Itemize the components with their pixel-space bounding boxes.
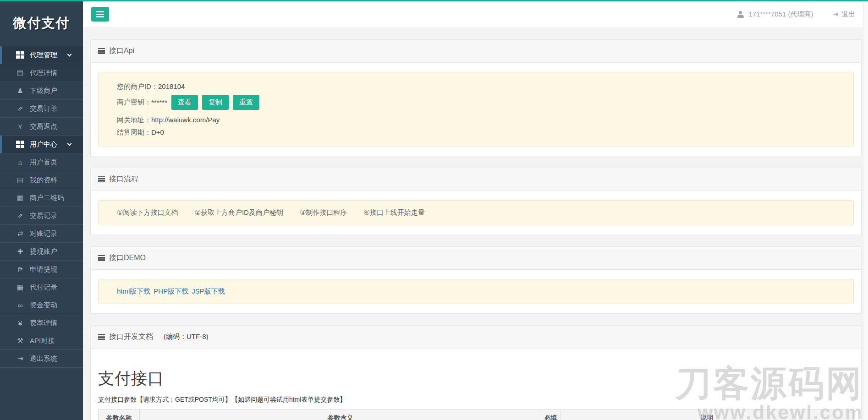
scrollbar[interactable]	[863, 1, 868, 420]
sidebar-item-label: 代理详情	[30, 69, 57, 77]
copy-secret-button[interactable]: 复制	[202, 95, 229, 110]
sidebar-item-label: 用户中心	[30, 140, 57, 149]
flow-step: ③制作接口程序	[300, 208, 347, 216]
sidebar-item-my-profile[interactable]: ▤我的资料	[0, 171, 83, 189]
sidebar: 微付支付 代理管理▤代理详情♟下级商户⇗交易订单¥交易返点用户中心⌂用户首页▤我…	[0, 0, 83, 420]
exchange-icon: ⇄	[15, 229, 25, 238]
chevron-down-icon	[67, 142, 72, 146]
home-icon: ⌂	[15, 158, 25, 166]
id-card-icon: ▤	[15, 176, 25, 184]
sidebar-item-label: 提现账户	[30, 247, 57, 256]
merchant-secret-line: 商户密钥：****** 查看复制重置	[117, 95, 845, 110]
chain-icon: ∞	[15, 301, 25, 309]
users-icon: ♟	[15, 87, 25, 95]
sign-out-icon: ⇥	[832, 10, 838, 18]
gateway-line: 网关地址：http://waiuwk.com/Pay	[117, 114, 845, 126]
top-accent-bar	[0, 0, 868, 1]
panel-flow: 接口流程 ①阅读下方接口文档②获取上方商户ID及商户秘钥③制作接口程序④接口上线…	[90, 168, 862, 235]
sidebar-item-user-home[interactable]: ⌂用户首页	[0, 153, 83, 171]
sidebar-item-label: 下级商户	[30, 87, 57, 95]
sidebar-item-merchant-qrcode[interactable]: ▦商户二维码	[0, 189, 83, 207]
sidebar-item-user-center[interactable]: 用户中心	[0, 136, 83, 153]
table-column-header: 参数名称	[99, 410, 140, 420]
windows-icon	[15, 51, 25, 59]
sidebar-item-label: 我的资料	[30, 176, 57, 185]
pay-api-subtitle: 支付接口参数【请求方式：GET或POST均可】【如遇问题可尝试用html表单提交…	[98, 396, 854, 404]
sidebar-item-rate-detail[interactable]: ¥费率详情	[0, 314, 83, 332]
list-icon	[98, 176, 105, 182]
sidebar-item-sub-merchants[interactable]: ♟下级商户	[0, 82, 83, 100]
panel-doc: 接口开发文档 (编码：UTF-8) 支付接口 支付接口参数【请求方式：GET或P…	[90, 325, 862, 420]
panel-doc-header: 接口开发文档 (编码：UTF-8)	[91, 326, 861, 349]
sidebar-item-withdraw-account[interactable]: ✚提现账户	[0, 243, 83, 261]
cycle-line: 结算周期：D+0	[117, 126, 845, 138]
user-icon	[737, 11, 744, 18]
sidebar-item-label: 申请提现	[30, 265, 57, 274]
sidebar-item-api-connect[interactable]: ⚒API对接	[0, 332, 83, 350]
panel-demo-title: 接口DEMO	[109, 253, 146, 263]
sidebar-item-trade-orders[interactable]: ⇗交易订单	[0, 100, 83, 118]
sidebar-item-label: 用户首页	[30, 158, 57, 167]
chart-line-icon: ⇗	[15, 212, 25, 220]
flow-steps-box: ①阅读下方接口文档②获取上方商户ID及商户秘钥③制作接口程序④接口上线开始走量	[98, 200, 854, 225]
cycle-value: D+0	[151, 128, 164, 136]
top-navbar: 171****7051 (代理商) ⇥ 退出	[83, 0, 868, 27]
panel-demo: 接口DEMO html版下载PHP版下载JSP版下载	[90, 246, 862, 314]
sidebar-item-label: 交易返点	[30, 122, 57, 131]
panel-flow-header: 接口流程	[91, 168, 861, 191]
demo-download-link[interactable]: JSP版下载	[192, 287, 225, 295]
panel-doc-encoding: (编码：UTF-8)	[164, 333, 209, 341]
menu-toggle-button[interactable]	[91, 7, 109, 22]
sidebar-item-payout-records[interactable]: ▦代付记录	[0, 278, 83, 296]
chart-line-icon: ⇗	[15, 104, 25, 113]
sidebar-item-label: 代理管理	[30, 51, 57, 60]
sidebar-item-logout-system[interactable]: ⇥退出系统	[0, 350, 83, 368]
flow-step: ①阅读下方接口文档	[117, 208, 178, 216]
merchant-id-line: 您的商户ID：2018104	[117, 80, 845, 93]
sidebar-item-label: 退出系统	[30, 355, 57, 363]
sidebar-item-agent-detail[interactable]: ▤代理详情	[0, 64, 83, 82]
wrench-icon: ⚒	[15, 337, 25, 345]
cny-icon: ¥	[15, 319, 25, 327]
demo-download-link[interactable]: PHP版下载	[154, 287, 188, 295]
panel-api-title: 接口Api	[109, 46, 134, 56]
flow-step: ④接口上线开始走量	[363, 208, 424, 216]
menu-icon	[96, 11, 104, 12]
sidebar-item-label: 交易订单	[30, 104, 57, 113]
sidebar-item-reconcile[interactable]: ⇄对账记录	[0, 225, 83, 243]
panel-api-header: 接口Api	[91, 40, 861, 63]
sidebar-item-label: API对接	[30, 337, 55, 345]
logout-link[interactable]: ⇥ 退出	[832, 10, 855, 19]
main-content: 接口Api 您的商户ID：2018104 商户密钥：****** 查看复制重置 …	[83, 27, 868, 420]
panel-flow-title: 接口流程	[109, 175, 138, 184]
demo-download-link[interactable]: html版下载	[117, 287, 150, 295]
sidebar-item-label: 交易记录	[30, 212, 57, 220]
pay-api-heading: 支付接口	[98, 368, 854, 389]
view-secret-button[interactable]: 查看	[171, 95, 198, 110]
logout-label: 退出	[841, 10, 855, 19]
sidebar-item-fund-changes[interactable]: ∞资金变动	[0, 296, 83, 314]
windows-icon	[15, 141, 25, 148]
sidebar-item-trade-rebate[interactable]: ¥交易返点	[0, 118, 83, 136]
list-icon	[98, 48, 105, 54]
merchant-secret-value: ******	[151, 98, 167, 106]
flow-step: ②获取上方商户ID及商户秘钥	[194, 208, 283, 216]
sidebar-item-apply-withdraw[interactable]: ₱申请提现	[0, 261, 83, 278]
sidebar-item-label: 代付记录	[30, 283, 57, 292]
sidebar-item-agent-manage[interactable]: 代理管理	[0, 46, 83, 64]
reset-secret-button[interactable]: 重置	[233, 95, 259, 110]
panel-doc-title: 接口开发文档	[109, 332, 153, 342]
api-info-box: 您的商户ID：2018104 商户密钥：****** 查看复制重置 网关地址：h…	[98, 72, 854, 147]
paypal-icon: ₱	[15, 266, 25, 273]
app-logo: 微付支付	[0, 0, 83, 46]
qrcode-icon: ▦	[15, 194, 25, 202]
cny-icon: ¥	[15, 123, 25, 131]
merchant-id-value: 2018104	[158, 82, 185, 90]
sidebar-item-trade-records[interactable]: ⇗交易记录	[0, 207, 83, 225]
id-card-icon: ▤	[15, 69, 25, 77]
sidebar-item-label: 费率详情	[30, 319, 57, 327]
chevron-down-icon	[67, 52, 72, 57]
table-column-header: 参数含义	[140, 410, 541, 420]
sidebar-menu: 代理管理▤代理详情♟下级商户⇗交易订单¥交易返点用户中心⌂用户首页▤我的资料▦商…	[0, 46, 83, 368]
panel-demo-header: 接口DEMO	[91, 247, 861, 270]
